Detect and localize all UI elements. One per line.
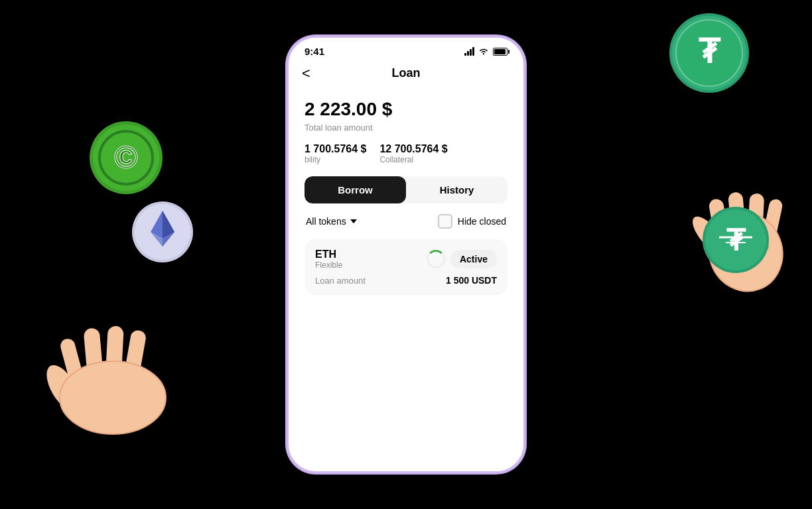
loan-card: ETH Flexible Active Loan amount 1 500 US…	[304, 239, 508, 295]
stats-row: 1 700.5764 $ bility 12 700.5764 $ Collat…	[304, 143, 508, 164]
tab-borrow[interactable]: Borrow	[304, 176, 406, 203]
token-filter-label: All tokens	[306, 216, 346, 227]
back-button[interactable]: <	[302, 65, 310, 82]
svg-text:₮: ₮	[726, 224, 746, 256]
circle-coin-left: ©	[86, 119, 166, 199]
eth-coin	[129, 199, 196, 265]
status-area: Active	[427, 250, 497, 268]
token-info: ETH Flexible	[315, 249, 342, 270]
total-loan-label: Total loan amount	[304, 123, 508, 133]
total-loan-amount: 2 223.00 $	[304, 99, 508, 120]
status-time: 9:41	[304, 46, 324, 57]
collateral-value: 12 700.5764 $	[379, 143, 447, 155]
loading-spinner-icon	[427, 250, 445, 268]
status-badge: Active	[450, 250, 497, 268]
token-name: ETH	[315, 249, 342, 260]
collateral-stat: 12 700.5764 $ Collateral	[379, 143, 447, 164]
status-icons	[464, 46, 508, 57]
filter-row: All tokens Hide closed	[304, 214, 508, 229]
phone-content: 2 223.00 $ Total loan amount 1 700.5764 …	[289, 88, 523, 295]
loan-detail-row: Loan amount 1 500 USDT	[315, 275, 497, 286]
scene: 9:41	[0, 0, 812, 509]
signal-icon	[464, 47, 474, 56]
borrowability-label: bility	[304, 155, 366, 164]
token-filter-dropdown[interactable]: All tokens	[306, 216, 357, 227]
page-title: Loan	[392, 66, 421, 80]
hide-closed-label: Hide closed	[458, 216, 506, 227]
tether-coin-top: ₮	[666, 13, 752, 99]
hide-closed-toggle[interactable]: Hide closed	[438, 214, 506, 229]
status-bar: 9:41	[289, 38, 523, 61]
phone-frame: 9:41	[287, 36, 525, 473]
wifi-icon	[478, 46, 489, 57]
checkbox-icon[interactable]	[438, 214, 452, 229]
tabs-row: Borrow History	[304, 176, 508, 203]
loan-detail-label: Loan amount	[315, 276, 366, 286]
tether-coin-mid: ₮	[699, 205, 772, 278]
svg-text:₮: ₮	[699, 33, 721, 70]
borrowability-value: 1 700.5764 $	[304, 143, 366, 155]
borrowability-stat: 1 700.5764 $ bility	[304, 143, 366, 164]
tab-history[interactable]: History	[406, 176, 508, 203]
loan-card-header: ETH Flexible Active	[315, 249, 497, 270]
chevron-down-icon	[350, 219, 357, 223]
collateral-label: Collateral	[379, 155, 447, 164]
token-type: Flexible	[315, 260, 342, 270]
hand-left	[27, 265, 192, 464]
svg-text:©: ©	[114, 140, 137, 175]
loan-detail-value: 1 500 USDT	[446, 275, 497, 286]
battery-icon	[493, 48, 508, 56]
app-header: < Loan	[289, 61, 523, 88]
